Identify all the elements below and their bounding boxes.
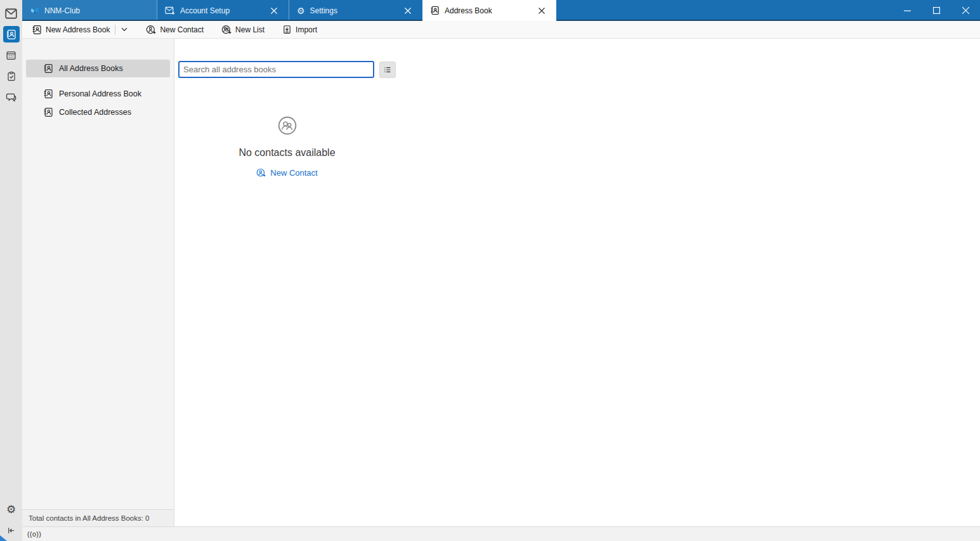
tasks-space-button[interactable]: [3, 68, 20, 84]
window-controls: [892, 0, 980, 21]
thunderbird-window: ⚙ NNM-Club: [0, 0, 980, 541]
tab-label: Account Setup: [180, 6, 230, 15]
contacts-circle-icon: [278, 116, 297, 135]
minimize-button[interactable]: [892, 0, 922, 21]
import-icon: [282, 25, 292, 34]
search-input[interactable]: [178, 61, 374, 78]
new-list-button[interactable]: New List: [217, 23, 269, 37]
new-contact-link[interactable]: New Contact: [256, 168, 317, 178]
account-setup-icon: [165, 6, 175, 15]
sidebar-item-label: Collected Addresses: [59, 108, 131, 117]
main-column: NNM-Club Account Setup ⚙ Settings: [22, 0, 980, 541]
address-book-toolbar: New Address Book New Contact: [22, 21, 980, 39]
spaces-toolbar: ⚙: [0, 0, 22, 541]
tab-label: Settings: [310, 6, 337, 15]
contacts-count-text: Total contacts in All Address Books: 0: [29, 514, 150, 522]
tab-address-book[interactable]: Address Book: [422, 0, 556, 21]
address-book-icon: [43, 89, 53, 99]
people-plus-icon: [221, 25, 232, 35]
sidebar-item-all-address-books[interactable]: All Address Books: [26, 60, 170, 77]
empty-state-message: No contacts available: [238, 147, 335, 159]
sidebar-item-collected-addresses[interactable]: Collected Addresses: [26, 103, 170, 121]
address-book-icon: [6, 29, 16, 40]
contacts-list-pane: No contacts available New Contact: [174, 39, 400, 178]
address-book-space-button[interactable]: [3, 26, 20, 42]
person-plus-icon: [146, 25, 156, 35]
corner-notification-wedge: [0, 535, 7, 541]
new-address-book-dropdown[interactable]: [116, 25, 133, 34]
address-book-plus-icon: [32, 25, 42, 35]
activity-indicator-icon[interactable]: ((o)): [27, 530, 41, 538]
collapse-icon: [6, 526, 16, 535]
import-button[interactable]: Import: [278, 23, 322, 36]
chat-icon: [6, 92, 16, 103]
sidebar-item-label: Personal Address Book: [59, 89, 141, 98]
mail-icon: [5, 8, 17, 19]
address-book-icon: [430, 6, 440, 15]
mail-space-button[interactable]: [3, 5, 20, 22]
close-tab-icon[interactable]: [535, 4, 549, 18]
gear-icon: ⚙: [6, 504, 16, 515]
close-window-button[interactable]: [951, 0, 980, 21]
display-options-button[interactable]: [379, 62, 396, 78]
new-contact-link-label: New Contact: [270, 168, 317, 178]
sidebar-item-personal-address-book[interactable]: Personal Address Book: [26, 85, 170, 103]
search-row: [178, 61, 400, 78]
tab-label: NNM-Club: [44, 6, 80, 15]
import-label: Import: [296, 25, 317, 34]
close-tab-icon[interactable]: [267, 4, 281, 18]
address-book-icon: [43, 107, 53, 117]
status-bar: ((o)): [22, 526, 980, 541]
tab-bar: NNM-Club Account Setup ⚙ Settings: [22, 0, 980, 21]
nnm-club-favicon: [30, 6, 39, 15]
contacts-pane: No contacts available New Contact: [174, 39, 980, 526]
tab-account-setup[interactable]: Account Setup: [157, 0, 289, 21]
address-books-list: All Address Books Personal Address Book: [22, 39, 174, 509]
gear-icon: ⚙: [297, 6, 305, 15]
address-books-sidebar: All Address Books Personal Address Book: [22, 39, 174, 526]
close-tab-icon[interactable]: [401, 4, 415, 18]
person-plus-icon: [256, 168, 266, 178]
address-book-icon: [43, 63, 53, 74]
empty-state: No contacts available New Contact: [174, 116, 400, 178]
new-list-label: New List: [235, 25, 265, 34]
content-area: All Address Books Personal Address Book: [22, 39, 980, 526]
chat-space-button[interactable]: [3, 89, 20, 105]
sort-list-icon: [383, 65, 392, 74]
spaces-settings-button[interactable]: ⚙: [3, 501, 20, 518]
calendar-icon: [6, 50, 16, 61]
new-address-book-button[interactable]: New Address Book: [27, 23, 114, 37]
new-address-book-label: New Address Book: [46, 25, 110, 34]
tab-settings[interactable]: ⚙ Settings: [289, 0, 422, 21]
calendar-space-button[interactable]: [3, 47, 20, 63]
sidebar-item-label: All Address Books: [59, 64, 123, 73]
maximize-button[interactable]: [922, 0, 951, 21]
tab-label: Address Book: [445, 6, 492, 15]
new-contact-label: New Contact: [160, 25, 204, 34]
tasks-icon: [6, 71, 16, 82]
contacts-count-footer: Total contacts in All Address Books: 0: [22, 509, 174, 526]
toolbar-divider: [115, 25, 115, 35]
tab-nnm-club[interactable]: NNM-Club: [22, 0, 157, 21]
new-contact-button[interactable]: New Contact: [141, 23, 208, 37]
